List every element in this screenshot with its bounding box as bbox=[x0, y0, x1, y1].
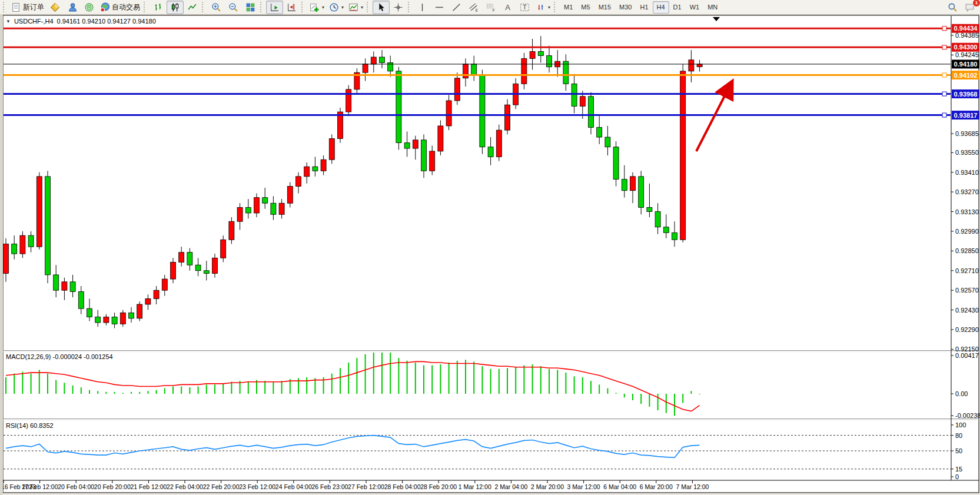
macd-bar bbox=[105, 392, 107, 394]
macd-bar bbox=[549, 369, 550, 394]
timeframe-m30-button[interactable]: M30 bbox=[615, 1, 636, 14]
candle-down bbox=[271, 203, 276, 214]
text-tool-button[interactable]: A bbox=[499, 1, 516, 14]
crosshair-button[interactable] bbox=[390, 1, 407, 14]
candle-down bbox=[663, 227, 669, 233]
candlestick-chart-type-button[interactable] bbox=[167, 1, 184, 14]
fibonacci-tool-button[interactable]: F bbox=[482, 1, 499, 14]
new-order-button[interactable]: 新订单 bbox=[9, 1, 46, 14]
toolbar-grip[interactable] bbox=[3, 2, 6, 12]
tile-windows-button[interactable] bbox=[242, 1, 259, 14]
line-chart-type-button[interactable] bbox=[184, 1, 201, 14]
candle-up bbox=[137, 304, 142, 318]
macd-bar bbox=[431, 366, 433, 394]
candle-down bbox=[421, 140, 427, 171]
macd-bar bbox=[457, 361, 458, 394]
macd-bar bbox=[616, 393, 617, 394]
candle-up bbox=[329, 138, 334, 160]
arrows-tool-button[interactable]: ▾ bbox=[533, 1, 553, 14]
toolbar-grip[interactable] bbox=[367, 2, 370, 12]
price-chart-canvas[interactable]: 0.944340.943000.941020.939680.938170.941… bbox=[0, 15, 980, 495]
macd-bar bbox=[172, 387, 174, 394]
toolbar-grip[interactable] bbox=[301, 2, 305, 12]
vertical-line-tool-button[interactable] bbox=[414, 1, 431, 14]
auto-trading-button[interactable]: 自动交易 bbox=[98, 1, 142, 14]
macd-bar bbox=[47, 374, 48, 394]
candle-down bbox=[129, 313, 134, 318]
candle-up bbox=[296, 177, 301, 187]
market-watch-button[interactable] bbox=[46, 1, 64, 14]
crosshair-icon bbox=[393, 2, 403, 12]
zoom-out-button[interactable] bbox=[225, 1, 242, 14]
candle-down bbox=[572, 84, 577, 106]
template-chart-icon bbox=[348, 2, 358, 12]
chart-dropdown-icon[interactable]: ▼ bbox=[6, 19, 11, 24]
time-tick-label: 26 Feb 23:00 bbox=[311, 483, 348, 490]
chart-shift-button[interactable] bbox=[283, 1, 300, 14]
timeframe-w1-button[interactable]: W1 bbox=[686, 1, 704, 14]
macd-bar bbox=[214, 384, 215, 394]
timeframe-d1-button[interactable]: D1 bbox=[669, 1, 686, 14]
templates-button[interactable]: ▾ bbox=[346, 1, 366, 14]
horizontal-line-tool-button[interactable] bbox=[431, 1, 448, 14]
toolbar-grip[interactable] bbox=[202, 2, 205, 12]
data-window-button[interactable] bbox=[64, 1, 81, 14]
timeframe-m5-button[interactable]: M5 bbox=[577, 1, 594, 14]
timeframe-h4-button[interactable]: H4 bbox=[653, 1, 669, 14]
candle-down bbox=[195, 265, 201, 271]
candle-down bbox=[488, 147, 493, 157]
toolbar-grip[interactable] bbox=[144, 2, 147, 12]
timeframe-h1-button[interactable]: H1 bbox=[636, 1, 652, 14]
candle-down bbox=[263, 198, 268, 204]
time-tick-label: 28 Feb 04:00 bbox=[384, 483, 421, 490]
timeframe-m1-button[interactable]: M1 bbox=[560, 1, 577, 14]
macd-bar bbox=[499, 369, 500, 394]
macd-bar bbox=[490, 369, 491, 394]
new-order-icon bbox=[11, 2, 21, 12]
cursor-button[interactable] bbox=[373, 1, 390, 14]
macd-bar bbox=[649, 394, 650, 407]
macd-bar bbox=[415, 363, 416, 394]
bar-chart-type-button[interactable] bbox=[150, 1, 167, 14]
candle-up bbox=[697, 64, 702, 67]
candle-up bbox=[496, 130, 501, 157]
channel-icon: E bbox=[469, 2, 479, 12]
trendline-tool-button[interactable] bbox=[448, 1, 465, 14]
price-tick-label: 0.94385 bbox=[955, 32, 979, 39]
candle-down bbox=[655, 212, 660, 227]
indicators-button[interactable]: ▾ bbox=[307, 1, 327, 14]
macd-bar bbox=[440, 364, 441, 394]
timeframe-mn-button[interactable]: MN bbox=[703, 1, 722, 14]
candle-down bbox=[404, 143, 410, 149]
navigator-button[interactable] bbox=[81, 1, 98, 14]
search-button[interactable] bbox=[944, 1, 961, 14]
auto-scroll-button[interactable] bbox=[266, 1, 283, 14]
text-label-tool-button[interactable]: T bbox=[516, 1, 533, 14]
line-handle bbox=[942, 113, 946, 117]
time-tick-label: 23 Feb 12:00 bbox=[239, 483, 275, 490]
candle-down bbox=[547, 56, 552, 67]
toolbar-grip[interactable] bbox=[260, 2, 264, 12]
toolbar-grip[interactable] bbox=[554, 2, 557, 12]
toolbar-grip[interactable] bbox=[408, 2, 411, 12]
cursor-arrow-icon bbox=[376, 2, 386, 12]
macd-bar bbox=[481, 366, 483, 394]
time-tick-label: 2 Mar 20:00 bbox=[531, 483, 564, 490]
notification-badge: 1 bbox=[972, 0, 980, 7]
rsi-indicator-label: RSI(14) 60.8352 bbox=[6, 422, 54, 429]
macd-bar bbox=[189, 387, 190, 394]
zoom-in-button[interactable] bbox=[208, 1, 225, 14]
macd-bar bbox=[540, 366, 542, 394]
macd-bar bbox=[198, 387, 199, 394]
candle-down bbox=[672, 232, 677, 240]
text-a-icon: A bbox=[505, 3, 510, 12]
equidistant-channel-tool-button[interactable]: E bbox=[465, 1, 482, 14]
candle-down bbox=[639, 177, 644, 208]
price-tick-label: 0.92850 bbox=[955, 247, 979, 254]
candle-up bbox=[454, 78, 460, 101]
candle-up bbox=[680, 71, 686, 240]
notifications-button[interactable]: 1 bbox=[961, 1, 978, 14]
periods-button[interactable]: ▾ bbox=[327, 1, 346, 14]
timeframe-m15-button[interactable]: M15 bbox=[594, 1, 615, 14]
candle-up bbox=[20, 235, 25, 254]
